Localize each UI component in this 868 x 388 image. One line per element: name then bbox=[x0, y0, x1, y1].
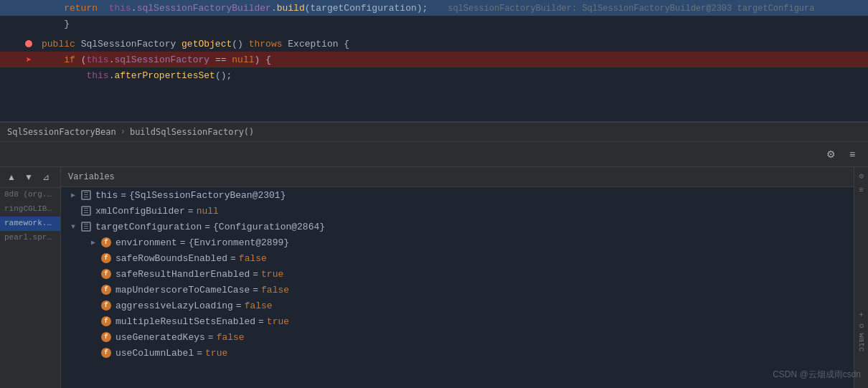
expand-icon bbox=[68, 206, 78, 216]
code-area: return this.sqlSessionFactoryBuilder.bui… bbox=[0, 0, 868, 122]
expand-icon: ▼ bbox=[68, 222, 78, 232]
expand-icon: ▶ bbox=[68, 190, 78, 200]
var-name: multipleResultSetsEnabled bbox=[115, 316, 255, 327]
var-name: this bbox=[95, 190, 118, 201]
var-value: {SqlSessionFactoryBean@2301} bbox=[129, 190, 286, 201]
var-eq: = bbox=[258, 316, 264, 327]
var-name: environment bbox=[115, 237, 177, 248]
settings-button[interactable]: ⚙ bbox=[822, 146, 839, 163]
panel-menu-btn[interactable]: ≡ bbox=[856, 184, 867, 196]
var-name: xmlConfigBuilder bbox=[95, 206, 185, 217]
var-name: targetConfiguration bbox=[95, 222, 202, 232]
var-value: true bbox=[205, 348, 227, 359]
stack-frame-4[interactable]: pearl.spring bbox=[0, 231, 60, 245]
var-eq: = bbox=[236, 301, 242, 311]
breadcrumb-bar: SqlSessionFactoryBean › buildSqlSessionF… bbox=[0, 122, 868, 142]
var-eq: = bbox=[121, 190, 126, 201]
code-line-if: ➤ if (this.sqlSessionFactory == null) { bbox=[0, 52, 868, 67]
var-item-multiresult[interactable]: f multipleResultSetsEnabled = true bbox=[61, 313, 854, 329]
panel-settings-btn[interactable]: ⚙ bbox=[856, 170, 867, 181]
debug-hint: sqlSessionFactoryBuilder: SqlSessionFact… bbox=[448, 4, 814, 14]
expand-icon bbox=[88, 332, 98, 342]
breakpoint-area bbox=[22, 40, 36, 47]
var-eq: = bbox=[253, 269, 258, 280]
var-item-saferesult[interactable]: f safeResultHandlerEnabled = true bbox=[61, 266, 854, 282]
code-line-method: public SqlSessionFactory getObject() thr… bbox=[0, 36, 868, 52]
var-value: false bbox=[261, 285, 289, 295]
field-icon: f bbox=[101, 253, 111, 263]
stack-frame-3[interactable]: ramework.co bbox=[0, 217, 60, 231]
watch-hint: o watc bbox=[857, 323, 866, 352]
expand-icon bbox=[88, 285, 98, 295]
var-item-usecolumnlabel[interactable]: f useColumnLabel = true bbox=[61, 345, 854, 361]
field-icon: f bbox=[101, 285, 111, 295]
breadcrumb-sep: › bbox=[121, 127, 126, 137]
stack-frame-2[interactable]: ringCGLIB$$5 bbox=[0, 202, 60, 217]
var-name: safeResultHandlerEnabled bbox=[115, 269, 250, 280]
stack-frame-1[interactable]: 8d8 (org.pe bbox=[0, 188, 60, 202]
field-icon: f bbox=[101, 316, 111, 326]
var-eq: = bbox=[253, 285, 258, 295]
filter-button[interactable]: ⊿ bbox=[39, 170, 53, 184]
var-name: safeRowBoundsEnabled bbox=[115, 253, 227, 264]
menu-button[interactable]: ≡ bbox=[844, 146, 861, 163]
field-icon: f bbox=[101, 348, 111, 358]
breadcrumb-method: buildSqlSessionFactory() bbox=[130, 127, 254, 137]
watermark: CSDN @云烟成雨csdn bbox=[773, 369, 861, 381]
var-eq: = bbox=[188, 206, 194, 217]
var-item-xmlconfig[interactable]: xmlConfigBuilder = null bbox=[61, 203, 854, 219]
breakpoint-dot bbox=[25, 40, 32, 47]
var-name: useColumnLabel bbox=[115, 348, 194, 359]
expand-icon bbox=[88, 348, 98, 358]
code-editor-section: return this.sqlSessionFactoryBuilder.bui… bbox=[0, 0, 868, 167]
debug-controls: ▲ ▼ ⊿ bbox=[0, 167, 60, 188]
var-eq: = bbox=[230, 253, 236, 264]
var-value: false bbox=[245, 301, 273, 311]
expand-icon bbox=[88, 253, 98, 263]
variables-panel: Variables ▶ this = {SqlSessionFactoryBea… bbox=[61, 167, 854, 388]
var-value: true bbox=[261, 269, 283, 280]
var-name: mapUnderscoreToCamelCase bbox=[115, 285, 250, 295]
code-content: this.afterPropertiesSet(); bbox=[36, 70, 868, 81]
var-value: false bbox=[217, 332, 245, 343]
var-item-mapunderscore[interactable]: f mapUnderscoreToCamelCase = false bbox=[61, 282, 854, 298]
step-up-button[interactable]: ▲ bbox=[4, 170, 19, 184]
var-value: {Environment@2899} bbox=[189, 237, 289, 248]
code-content: if (this.sqlSessionFactory == null) { bbox=[36, 55, 868, 65]
field-icon: f bbox=[101, 269, 111, 279]
code-line-after: this.afterPropertiesSet(); bbox=[0, 67, 868, 83]
panel-add-btn[interactable]: + bbox=[856, 309, 867, 321]
var-eq: = bbox=[197, 348, 202, 359]
right-panel: ⚙ ≡ + o watc bbox=[854, 167, 868, 388]
expand-icon bbox=[88, 316, 98, 326]
var-item-this[interactable]: ▶ this = {SqlSessionFactoryBean@2301} bbox=[61, 187, 854, 203]
stack-frames-list: 8d8 (org.pe ringCGLIB$$5 ramework.co pea… bbox=[0, 188, 60, 245]
code-line-return: return this.sqlSessionFactoryBuilder.bui… bbox=[0, 0, 868, 16]
toolbar-row: ⚙ ≡ bbox=[0, 142, 868, 167]
var-value: {Configuration@2864} bbox=[213, 222, 325, 232]
var-list-icon bbox=[81, 222, 91, 232]
variables-header: Variables bbox=[61, 167, 854, 187]
code-content: public SqlSessionFactory getObject() thr… bbox=[36, 39, 868, 49]
var-item-environment[interactable]: ▶ f environment = {Environment@2899} bbox=[61, 235, 854, 250]
breakpoint-area: ➤ bbox=[22, 54, 36, 66]
var-eq: = bbox=[204, 222, 210, 232]
expand-icon bbox=[88, 269, 98, 279]
expand-icon bbox=[88, 301, 98, 311]
expand-icon: ▶ bbox=[88, 237, 98, 247]
var-item-aggressivelazy[interactable]: f aggressiveLazyLoading = false bbox=[61, 298, 854, 313]
step-down-button[interactable]: ▼ bbox=[22, 170, 36, 184]
var-eq: = bbox=[180, 237, 186, 248]
var-item-saferowbounds[interactable]: f safeRowBoundsEnabled = false bbox=[61, 250, 854, 266]
code-content: return this.sqlSessionFactoryBuilder.bui… bbox=[36, 3, 868, 14]
var-list-icon bbox=[81, 190, 91, 200]
field-icon: f bbox=[101, 301, 111, 311]
var-item-targetconfig[interactable]: ▼ targetConfiguration = {Configuration@2… bbox=[61, 219, 854, 235]
code-content: } bbox=[36, 19, 868, 29]
var-item-usegeneratedkeys[interactable]: f useGeneratedKeys = false bbox=[61, 329, 854, 345]
var-eq: = bbox=[208, 332, 214, 343]
var-name: useGeneratedKeys bbox=[115, 332, 205, 343]
debug-panel: ▲ ▼ ⊿ 8d8 (org.pe ringCGLIB$$5 ramework.… bbox=[0, 167, 868, 388]
var-list-icon bbox=[81, 206, 91, 216]
var-value: null bbox=[197, 206, 219, 217]
